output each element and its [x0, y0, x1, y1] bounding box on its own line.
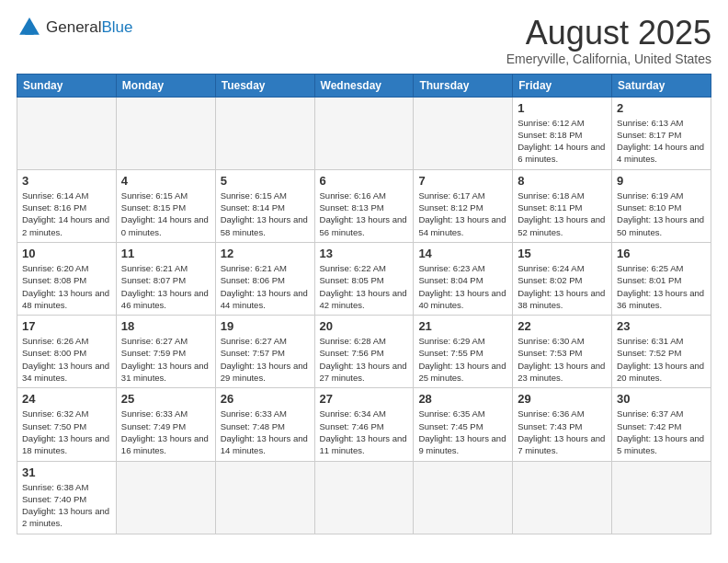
day-number: 2 — [617, 101, 706, 115]
calendar-subtitle: Emeryville, California, United States — [506, 52, 711, 66]
day-number: 9 — [617, 174, 706, 188]
calendar-cell: 25Sunrise: 6:33 AM Sunset: 7:49 PM Dayli… — [116, 388, 215, 461]
day-number: 31 — [22, 465, 111, 479]
day-number: 16 — [617, 247, 706, 260]
day-info: Sunrise: 6:33 AM Sunset: 7:48 PM Dayligh… — [221, 408, 310, 456]
calendar-cell: 31Sunrise: 6:38 AM Sunset: 7:40 PM Dayli… — [17, 461, 117, 534]
calendar-cell — [513, 461, 612, 534]
day-info: Sunrise: 6:14 AM Sunset: 8:16 PM Dayligh… — [22, 190, 111, 238]
calendar-cell: 20Sunrise: 6:28 AM Sunset: 7:56 PM Dayli… — [314, 316, 414, 388]
title-area: August 2025 Emeryville, California, Unit… — [506, 15, 711, 66]
calendar-cell: 26Sunrise: 6:33 AM Sunset: 7:48 PM Dayli… — [215, 388, 314, 461]
day-info: Sunrise: 6:21 AM Sunset: 8:06 PM Dayligh… — [221, 262, 310, 311]
calendar-cell: 3Sunrise: 6:14 AM Sunset: 8:16 PM Daylig… — [17, 169, 117, 242]
calendar-cell: 14Sunrise: 6:23 AM Sunset: 8:04 PM Dayli… — [414, 242, 513, 315]
calendar-cell: 17Sunrise: 6:26 AM Sunset: 8:00 PM Dayli… — [17, 316, 117, 388]
calendar-cell — [116, 97, 215, 169]
calendar-cell: 12Sunrise: 6:21 AM Sunset: 8:06 PM Dayli… — [215, 242, 314, 315]
day-info: Sunrise: 6:18 AM Sunset: 8:11 PM Dayligh… — [518, 190, 607, 238]
day-info: Sunrise: 6:22 AM Sunset: 8:05 PM Dayligh… — [320, 262, 409, 311]
day-number: 15 — [518, 247, 607, 260]
calendar-cell: 18Sunrise: 6:27 AM Sunset: 7:59 PM Dayli… — [116, 316, 215, 388]
weekday-header-tuesday: Tuesday — [215, 74, 314, 97]
calendar-cell: 9Sunrise: 6:19 AM Sunset: 8:10 PM Daylig… — [612, 169, 711, 242]
calendar-cell: 15Sunrise: 6:24 AM Sunset: 8:02 PM Dayli… — [513, 242, 612, 315]
calendar-cell — [314, 97, 414, 169]
calendar-cell — [314, 461, 414, 534]
weekday-header-friday: Friday — [513, 74, 612, 97]
day-info: Sunrise: 6:33 AM Sunset: 7:49 PM Dayligh… — [121, 408, 210, 456]
calendar-cell — [17, 97, 117, 169]
calendar-week-row: 3Sunrise: 6:14 AM Sunset: 8:16 PM Daylig… — [17, 169, 711, 242]
weekday-header-wednesday: Wednesday — [314, 74, 414, 97]
day-number: 5 — [221, 174, 310, 188]
day-number: 8 — [518, 174, 607, 188]
calendar-cell — [414, 461, 513, 534]
day-info: Sunrise: 6:29 AM Sunset: 7:55 PM Dayligh… — [418, 335, 507, 384]
day-info: Sunrise: 6:12 AM Sunset: 8:18 PM Dayligh… — [518, 117, 607, 166]
header: GeneralBlue August 2025 Emeryville, Cali… — [17, 15, 711, 66]
calendar-week-row: 10Sunrise: 6:20 AM Sunset: 8:08 PM Dayli… — [17, 242, 711, 315]
day-info: Sunrise: 6:13 AM Sunset: 8:17 PM Dayligh… — [617, 117, 706, 166]
weekday-header-thursday: Thursday — [414, 74, 513, 97]
logo: GeneralBlue — [17, 15, 133, 40]
calendar-week-row: 1Sunrise: 6:12 AM Sunset: 8:18 PM Daylig… — [17, 97, 711, 169]
day-number: 30 — [617, 392, 706, 406]
calendar-cell — [215, 97, 314, 169]
day-number: 3 — [22, 174, 111, 188]
calendar-cell: 6Sunrise: 6:16 AM Sunset: 8:13 PM Daylig… — [314, 169, 414, 242]
day-number: 21 — [418, 319, 507, 333]
calendar-week-row: 31Sunrise: 6:38 AM Sunset: 7:40 PM Dayli… — [17, 461, 711, 534]
calendar-cell: 2Sunrise: 6:13 AM Sunset: 8:17 PM Daylig… — [612, 97, 711, 169]
calendar-cell: 10Sunrise: 6:20 AM Sunset: 8:08 PM Dayli… — [17, 242, 117, 315]
day-number: 27 — [320, 392, 409, 406]
day-number: 4 — [121, 174, 210, 188]
day-number: 11 — [121, 247, 210, 260]
day-number: 12 — [221, 247, 310, 260]
day-number: 10 — [22, 247, 111, 260]
day-info: Sunrise: 6:27 AM Sunset: 7:59 PM Dayligh… — [121, 335, 210, 384]
weekday-header-sunday: Sunday — [17, 74, 117, 97]
day-number: 17 — [22, 319, 111, 333]
day-number: 25 — [121, 392, 210, 406]
day-info: Sunrise: 6:15 AM Sunset: 8:15 PM Dayligh… — [121, 190, 210, 238]
day-info: Sunrise: 6:17 AM Sunset: 8:12 PM Dayligh… — [418, 190, 507, 238]
calendar-cell: 30Sunrise: 6:37 AM Sunset: 7:42 PM Dayli… — [612, 388, 711, 461]
day-info: Sunrise: 6:25 AM Sunset: 8:01 PM Dayligh… — [617, 262, 706, 311]
calendar-cell: 27Sunrise: 6:34 AM Sunset: 7:46 PM Dayli… — [314, 388, 414, 461]
day-info: Sunrise: 6:36 AM Sunset: 7:43 PM Dayligh… — [518, 408, 607, 456]
day-number: 26 — [221, 392, 310, 406]
weekday-header-monday: Monday — [116, 74, 215, 97]
day-number: 6 — [320, 174, 409, 188]
calendar-cell: 21Sunrise: 6:29 AM Sunset: 7:55 PM Dayli… — [414, 316, 513, 388]
day-info: Sunrise: 6:31 AM Sunset: 7:52 PM Dayligh… — [617, 335, 706, 384]
calendar-cell: 24Sunrise: 6:32 AM Sunset: 7:50 PM Dayli… — [17, 388, 117, 461]
day-info: Sunrise: 6:20 AM Sunset: 8:08 PM Dayligh… — [22, 262, 111, 311]
calendar-cell — [612, 461, 711, 534]
calendar-cell: 29Sunrise: 6:36 AM Sunset: 7:43 PM Dayli… — [513, 388, 612, 461]
calendar-table: SundayMondayTuesdayWednesdayThursdayFrid… — [17, 74, 711, 534]
day-info: Sunrise: 6:28 AM Sunset: 7:56 PM Dayligh… — [320, 335, 409, 384]
calendar-cell: 16Sunrise: 6:25 AM Sunset: 8:01 PM Dayli… — [612, 242, 711, 315]
day-number: 20 — [320, 319, 409, 333]
calendar-cell — [116, 461, 215, 534]
day-info: Sunrise: 6:27 AM Sunset: 7:57 PM Dayligh… — [221, 335, 310, 384]
calendar-week-row: 24Sunrise: 6:32 AM Sunset: 7:50 PM Dayli… — [17, 388, 711, 461]
day-number: 7 — [418, 174, 507, 188]
weekday-header-row: SundayMondayTuesdayWednesdayThursdayFrid… — [17, 74, 711, 97]
generalblue-logo-icon — [17, 15, 42, 40]
day-number: 13 — [320, 247, 409, 260]
calendar-cell: 13Sunrise: 6:22 AM Sunset: 8:05 PM Dayli… — [314, 242, 414, 315]
calendar-cell: 7Sunrise: 6:17 AM Sunset: 8:12 PM Daylig… — [414, 169, 513, 242]
day-number: 1 — [518, 101, 607, 115]
calendar-cell: 11Sunrise: 6:21 AM Sunset: 8:07 PM Dayli… — [116, 242, 215, 315]
logo-text: GeneralBlue — [46, 19, 133, 37]
calendar-cell: 8Sunrise: 6:18 AM Sunset: 8:11 PM Daylig… — [513, 169, 612, 242]
day-info: Sunrise: 6:38 AM Sunset: 7:40 PM Dayligh… — [22, 481, 111, 530]
weekday-header-saturday: Saturday — [612, 74, 711, 97]
day-info: Sunrise: 6:32 AM Sunset: 7:50 PM Dayligh… — [22, 408, 111, 456]
calendar-cell: 23Sunrise: 6:31 AM Sunset: 7:52 PM Dayli… — [612, 316, 711, 388]
day-number: 19 — [221, 319, 310, 333]
calendar-cell — [414, 97, 513, 169]
calendar-week-row: 17Sunrise: 6:26 AM Sunset: 8:00 PM Dayli… — [17, 316, 711, 388]
